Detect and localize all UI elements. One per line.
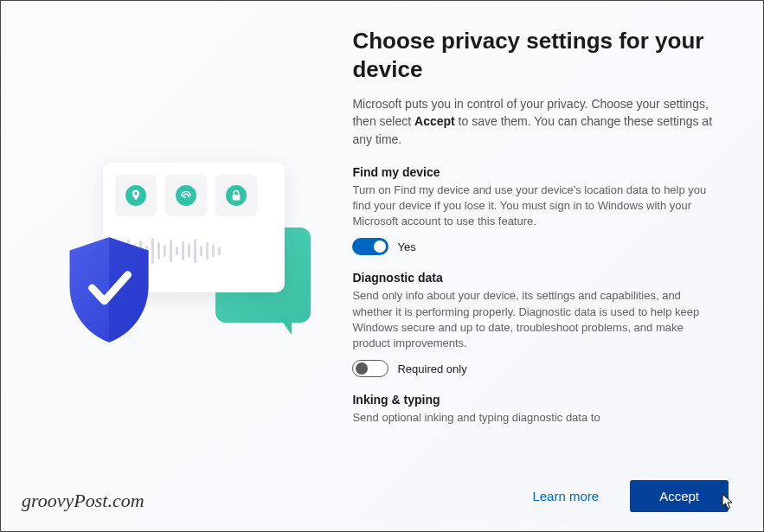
svg-rect-4 (233, 194, 241, 200)
setting-inking-typing: Inking & typing Send optional inking and… (352, 393, 722, 426)
svg-point-2 (176, 185, 196, 206)
setting-title: Diagnostic data (352, 271, 722, 285)
diagnostic-data-toggle[interactable] (352, 360, 388, 377)
settings-list[interactable]: Find my device Turn on Find my device an… (352, 165, 729, 531)
location-pin-icon (115, 175, 157, 216)
setting-desc: Send only info about your device, its se… (352, 288, 722, 351)
illustration-pane (1, 1, 343, 531)
find-my-device-toggle[interactable] (352, 238, 388, 255)
setting-title: Find my device (352, 165, 722, 179)
accept-button[interactable]: Accept (630, 480, 729, 512)
footer-actions: Learn more Accept (532, 480, 729, 512)
setting-diagnostic-data: Diagnostic data Send only info about you… (352, 271, 722, 377)
setting-find-my-device: Find my device Turn on Find my device an… (352, 165, 722, 256)
setting-desc: Send optional inking and typing diagnost… (352, 410, 722, 426)
setting-desc: Turn on Find my device and use your devi… (352, 183, 722, 230)
lock-icon (215, 175, 257, 216)
subtitle-bold: Accept (414, 114, 455, 128)
page-title: Choose privacy settings for your device (352, 27, 729, 83)
page-subtitle: Microsoft puts you in control of your pr… (352, 95, 729, 148)
fingerprint-icon (165, 175, 207, 216)
setting-title: Inking & typing (352, 393, 722, 407)
svg-point-1 (134, 192, 137, 195)
toggle-state-label: Yes (397, 240, 415, 253)
watermark: groovyPost.com (22, 490, 144, 512)
privacy-illustration (34, 154, 311, 379)
content-pane: Choose privacy settings for your device … (343, 1, 763, 531)
shield-check-icon (61, 234, 157, 346)
toggle-state-label: Required only (397, 362, 466, 375)
learn-more-link[interactable]: Learn more (532, 489, 599, 503)
